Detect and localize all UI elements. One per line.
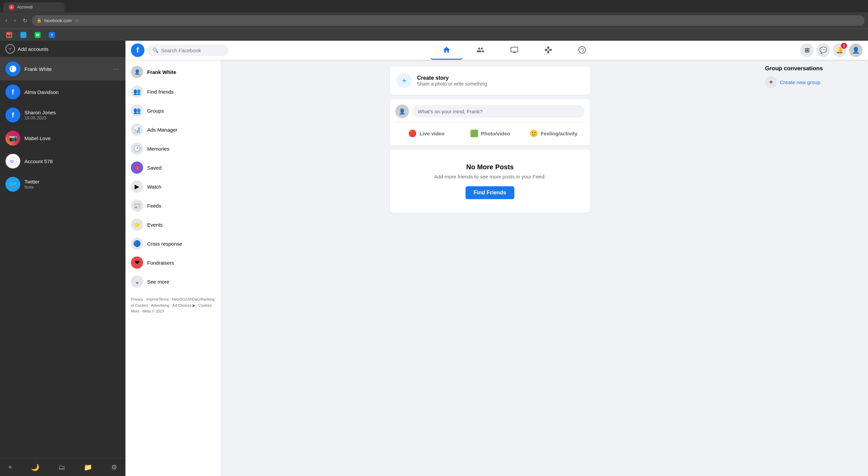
account-item-account578[interactable]: G Account 578 bbox=[0, 150, 125, 173]
nav-fundraisers[interactable]: ❤ Fundraisers bbox=[128, 253, 218, 272]
no-more-title: No More Posts bbox=[403, 163, 576, 171]
bookmark-instagram[interactable]: 📷 bbox=[3, 31, 15, 39]
no-more-posts-card: No More Posts Add more friends to see mo… bbox=[390, 150, 590, 213]
profile-avatar[interactable]: 👤 bbox=[849, 43, 863, 57]
composer-actions: 🔴 Live video 🟩 Photo/video 🙂 Feeling/act… bbox=[395, 122, 585, 140]
messenger-button[interactable]: 💬 bbox=[816, 43, 830, 57]
sidebar-footer: + 🌙 🗂 📁 ⚙ bbox=[0, 458, 125, 476]
add-accounts-button[interactable]: + Add accounts bbox=[0, 41, 125, 57]
account-more-frank[interactable]: ··· bbox=[112, 64, 120, 74]
search-input[interactable] bbox=[161, 47, 222, 53]
story-text: Create story Share a photo or write some… bbox=[417, 75, 488, 87]
facebook-main: f 🔍 bbox=[125, 41, 868, 476]
create-story-card[interactable]: + Create story Share a photo or write so… bbox=[390, 66, 590, 95]
account-sidebar: + Add accounts f f Frank White ··· f bbox=[0, 41, 125, 476]
instagram-favicon: 📷 bbox=[6, 32, 12, 38]
account-info-578: Account 578 bbox=[24, 158, 120, 164]
account-list: f f Frank White ··· f Alma Davidson bbox=[0, 57, 125, 458]
account-info-frank: Frank White bbox=[24, 66, 108, 72]
feeling-activity-action[interactable]: 🙂 Feeling/activity bbox=[522, 127, 585, 140]
fundraisers-icon: ❤ bbox=[131, 256, 143, 269]
fb-nav bbox=[231, 41, 797, 60]
nav-events[interactable]: ⭐ Events bbox=[128, 215, 218, 234]
fb-header-right: ⊞ 💬 🔔 1 👤 bbox=[800, 43, 863, 57]
account-item-twitter[interactable]: 🐦 Twitter Note bbox=[0, 173, 125, 196]
find-friends-icon: 👥 bbox=[131, 85, 143, 98]
nav-ads-manager[interactable]: 📊 Ads Manager bbox=[128, 120, 218, 139]
account-name-frank: Frank White bbox=[24, 66, 108, 72]
apps-button[interactable]: ⊞ bbox=[800, 43, 814, 57]
fb-nav-home[interactable] bbox=[430, 41, 463, 60]
photo-video-label: Photo/video bbox=[481, 131, 510, 136]
nav-groups[interactable]: 👥 Groups bbox=[128, 101, 218, 120]
nav-crisis-response[interactable]: 🔵 Crisis response bbox=[128, 234, 218, 253]
nav-user-item[interactable]: 👤 Frank White bbox=[128, 63, 218, 81]
fb-nav-watch[interactable] bbox=[498, 41, 531, 60]
bookmark-facebook[interactable]: f bbox=[46, 31, 58, 39]
app-container: + Add accounts f f Frank White ··· f bbox=[0, 41, 868, 476]
facebook-favicon: f bbox=[49, 32, 55, 38]
bookmark-twitter[interactable]: 🐦 bbox=[18, 31, 29, 39]
feeds-icon: 📰 bbox=[131, 199, 143, 212]
notifications-button[interactable]: 🔔 1 bbox=[833, 43, 846, 57]
account-item-frank-white[interactable]: f f Frank White ··· bbox=[0, 57, 125, 80]
fb-nav-gaming[interactable] bbox=[532, 41, 565, 60]
fb-nav-friends[interactable] bbox=[464, 41, 497, 60]
fb-body: 👤 Frank White 👥 Find friends 👥 Groups 📊 … bbox=[125, 60, 868, 476]
account-name-578: Account 578 bbox=[24, 158, 120, 164]
account-item-alma[interactable]: f Alma Davidson bbox=[0, 80, 125, 103]
settings-button[interactable]: ⚙ bbox=[108, 462, 120, 473]
create-group-label: Create new group bbox=[780, 79, 820, 85]
no-more-sub: Add more friends to see more posts in yo… bbox=[403, 174, 576, 179]
account-item-mabel[interactable]: 📷 Mabel Love bbox=[0, 127, 125, 150]
account-name-alma: Alma Davidson bbox=[24, 89, 120, 95]
feed-inner: + Create story Share a photo or write so… bbox=[390, 66, 590, 469]
twitter-favicon: 🐦 bbox=[20, 32, 26, 38]
fb-logo: f bbox=[131, 43, 144, 57]
add-button[interactable]: + bbox=[5, 462, 15, 473]
photo-video-action[interactable]: 🟩 Photo/video bbox=[459, 127, 521, 140]
nav-ads-label: Ads Manager bbox=[147, 127, 177, 133]
nav-find-friends[interactable]: 👥 Find friends bbox=[128, 82, 218, 101]
nav-watch[interactable]: ▶ Watch bbox=[128, 177, 218, 196]
browser-bookmarks: 📷 🐦 W f bbox=[0, 28, 868, 41]
create-group-plus-icon: + bbox=[765, 76, 777, 88]
composer-avatar: 👤 bbox=[395, 104, 409, 118]
live-video-action[interactable]: 🔴 Live video bbox=[395, 127, 457, 140]
fb-nav-meta[interactable] bbox=[566, 41, 598, 60]
address-bar[interactable]: 🔒 facebook.com ☆ bbox=[32, 15, 865, 26]
browser-tab[interactable]: A Accovod bbox=[3, 2, 64, 12]
nav-forward-button[interactable]: › bbox=[12, 16, 18, 25]
nav-memories[interactable]: 🕐 Memories bbox=[128, 139, 218, 158]
folder-button[interactable]: 📁 bbox=[81, 462, 95, 473]
bookmark-star-button[interactable]: ☆ bbox=[75, 17, 79, 24]
account-info-twitter: Twitter Note bbox=[24, 179, 120, 190]
nav-back-button[interactable]: ‹ bbox=[3, 16, 9, 25]
svg-point-4 bbox=[579, 46, 586, 53]
fb-search-bar[interactable]: 🔍 bbox=[147, 45, 229, 56]
account-name-twitter: Twitter bbox=[24, 179, 120, 185]
nav-saved[interactable]: 🔖 Saved bbox=[128, 158, 218, 177]
nav-feeds[interactable]: 📰 Feeds bbox=[128, 196, 218, 215]
feeling-label: Feeling/activity bbox=[541, 131, 577, 136]
tab-title: Accovod bbox=[17, 5, 33, 9]
live-video-label: Live video bbox=[419, 131, 444, 136]
add-accounts-icon: + bbox=[5, 44, 15, 54]
tab-favicon: A bbox=[9, 4, 14, 10]
account-info-sharon: Sharon Jones 19.05.2023 bbox=[24, 110, 120, 120]
archive-button[interactable]: 🗂 bbox=[56, 462, 68, 473]
dark-mode-button[interactable]: 🌙 bbox=[28, 462, 42, 473]
account-item-sharon[interactable]: f Sharon Jones 19.05.2023 bbox=[0, 103, 125, 127]
nav-see-more[interactable]: ⌄ See more bbox=[128, 272, 218, 291]
find-friends-button[interactable]: Find Friends bbox=[466, 186, 514, 199]
nav-memories-label: Memories bbox=[147, 146, 170, 152]
composer-input[interactable]: What's on your mind, Frank? bbox=[412, 105, 585, 118]
nav-see-more-label: See more bbox=[147, 279, 169, 285]
nav-refresh-button[interactable]: ↻ bbox=[21, 16, 29, 25]
notification-badge: 1 bbox=[841, 43, 847, 49]
fb-feed: + Create story Share a photo or write so… bbox=[220, 60, 760, 476]
create-new-group-button[interactable]: + Create new group bbox=[765, 76, 863, 88]
nav-fundraisers-label: Fundraisers bbox=[147, 260, 174, 266]
bookmark-w[interactable]: W bbox=[32, 31, 43, 39]
account-name-sharon: Sharon Jones bbox=[24, 110, 120, 115]
